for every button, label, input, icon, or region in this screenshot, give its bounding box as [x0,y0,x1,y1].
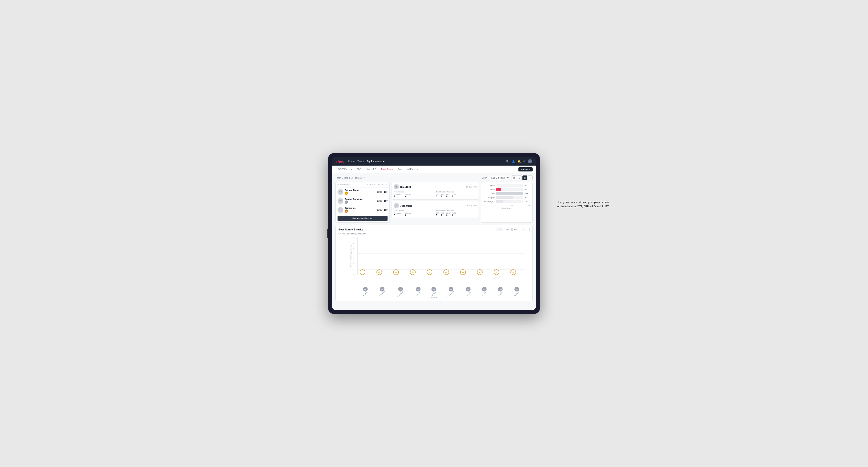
avatar[interactable]: A [528,159,532,163]
rounds-label: Total Rounds [394,210,434,212]
player-name: Edward Crossman [345,198,363,200]
search-icon[interactable]: 🔍 [506,160,509,163]
tournament-label: Tournament [394,212,402,214]
player-col: EE E. Ebert [363,287,368,294]
stats-grid: Total Rounds Tournament 7 Practice [394,210,477,216]
player-col: DB D. Billingham [396,287,405,294]
settings-icon[interactable]: ⚙ [523,160,526,163]
avatar: CA [338,207,343,213]
tablet-frame: clippd Home Teams My Performance 🔍 👤 🔔 ⚙… [328,153,540,314]
y-tick: 2 [352,263,353,264]
tab-team-clippd[interactable]: Team Clippd [379,165,396,173]
player-label: M. Miller [482,291,487,296]
pb-avg: 110 [384,191,388,193]
nav-left: clippd Home Teams My Performance [336,160,384,163]
table-row[interactable]: EC Edward Crossman 2 18/20 107 [336,196,390,206]
y-tick: 3 [352,258,353,259]
arg-val: 0 [446,195,450,197]
putt-label: PUTT [452,212,456,214]
bar-fill [496,196,513,199]
nav-links: Home Teams My Performance [348,160,384,163]
player-cards: RB Rees Britt 02 Sep 2023 Total Rounds T… [392,182,479,223]
y-tick: 4 [352,253,353,254]
practice-stats: Total Practice Activities OTT0 APP0 ARG0… [436,191,477,197]
nav-home[interactable]: Home [348,160,354,163]
player-card-josh: JC Josh Coles 26 Aug 2023 Total Rounds T… [392,201,479,218]
nav-my-performance[interactable]: My Performance [367,160,384,163]
pb-avg: 107 [384,200,388,202]
edit-icon[interactable]: ✏ [364,177,365,179]
chart-grid [357,237,525,275]
arg-btn[interactable]: ARG [512,228,520,231]
pb-avg: 103 [384,209,388,211]
rounds-stats: Total Rounds Tournament 8 Practice [394,191,434,197]
bar-value: 96 [525,189,530,191]
bar-value: 3 [525,185,530,187]
user-icon[interactable]: 👤 [512,160,515,163]
y-tick: 1 [352,268,353,270]
practice-label: Practice [405,193,411,195]
bell-icon[interactable]: 🔔 [518,160,521,163]
grid-view-btn[interactable]: ⊞ [512,176,516,180]
tab-pga[interactable]: PGA [354,165,364,173]
bar-row-dbogeys: D. Bogeys + 131 [483,200,530,203]
table-row[interactable]: CA Cameron... 3 17/20 103 [336,206,390,214]
avatar: RB [338,189,343,195]
practice-val: 2 [405,214,411,216]
bar-chart: Eagles 3 Birdies [483,184,530,203]
pb-score: 17/20 [377,209,382,211]
x-tick: 200 [510,205,513,207]
chart-view-btn[interactable]: ▦ [522,176,527,180]
bar-fill [496,200,503,203]
bar-label: Birdies [483,189,495,191]
putt-val: 1 [452,214,456,216]
show-label: Show [482,177,487,179]
streaks-subtitle: Off The Tee, Fairway Accuracy [338,232,530,235]
bar-label: Eagles [483,185,495,187]
tab-all-players[interactable]: All Players [405,165,420,173]
player-info: EC Edward Crossman 2 [338,198,375,204]
view-icon-group: ⊞ ☰ ▦ ⋮ [512,176,533,180]
player-label: E. Ebert [363,291,368,297]
bar-label: D. Bogeys + [483,201,495,203]
x-tick: 400 [528,205,530,207]
bar-fill [496,192,523,195]
add-team-button[interactable]: Add Team [519,167,533,172]
tab-hcaps[interactable]: Hcaps 1-5 [364,165,378,173]
arg-val: 0 [446,214,450,216]
annotation-arrow [540,153,611,294]
streak-bubble: 4x [443,269,449,275]
lb-col-score: PB SCORE [366,184,375,186]
player-col: JC J. Coles [415,287,421,294]
table-view-btn[interactable]: ⋮ [528,176,533,180]
app-val: 0 [441,195,444,197]
player-label: J. Coles [415,291,421,297]
view-leaderboard-button[interactable]: View Full Leaderboard [338,216,388,221]
rounds-stats: Total Rounds Tournament 7 Practice [394,210,434,216]
ott-btn[interactable]: OTT [496,228,503,231]
bar-row-pars: Pars 499 [483,192,530,195]
tab-tour[interactable]: Tour [396,165,405,173]
date: 02 Sep 2023 [466,186,477,188]
bar-value: 499 [525,193,530,195]
card-header: RB Rees Britt 02 Sep 2023 [394,184,477,189]
rank-badge: 3 [345,210,348,213]
streak-bubble: 3x [510,269,516,275]
practice-val: 4 [405,195,411,197]
period-select[interactable]: Last 3 months Last 6 months Last year [489,176,510,180]
player-name: Cameron... [345,207,356,209]
player-col: MM M. Miller [481,287,487,294]
card-header: JC Josh Coles 26 Aug 2023 [394,203,477,208]
x-tick: 0 [495,205,496,207]
table-row[interactable]: RB Richard Butler 1 19/20 110 [336,187,390,196]
putt-btn[interactable]: PUTT [521,228,530,231]
arg-label: ARG [446,212,450,214]
list-view-btn[interactable]: ☰ [517,176,522,180]
player-avatar: RBu [498,287,503,291]
tab-pgat[interactable]: PGAT Players [335,165,354,173]
bar-value: 131 [525,201,530,203]
nav-teams[interactable]: Teams [357,160,364,163]
subtitle-italic: Fairway Accuracy [350,232,366,235]
player-info: RB Richard Butler 1 [338,189,375,195]
app-btn[interactable]: APP [504,228,512,231]
